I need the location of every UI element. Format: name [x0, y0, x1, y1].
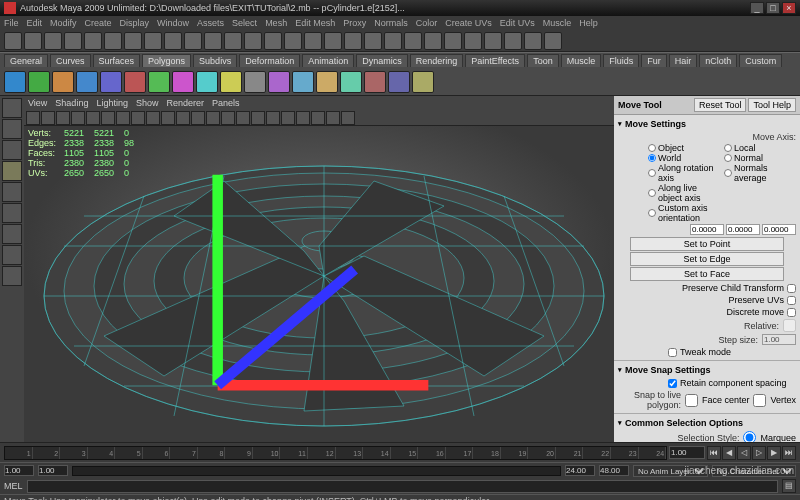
command-input[interactable] [27, 480, 778, 493]
status-icon-19[interactable] [384, 32, 402, 50]
menu-modify[interactable]: Modify [50, 18, 77, 28]
status-icon-9[interactable] [184, 32, 202, 50]
snap-settings-title[interactable]: Move Snap Settings [618, 363, 796, 377]
vp-tool-18[interactable] [296, 111, 310, 125]
current-frame[interactable] [669, 446, 705, 459]
shelf-tab-custom[interactable]: Custom [739, 54, 782, 67]
axis-radio-r2[interactable] [724, 169, 732, 177]
shelf-tab-polygons[interactable]: Polygons [142, 54, 191, 67]
menu-create[interactable]: Create [85, 18, 112, 28]
menu-edit-mesh[interactable]: Edit Mesh [295, 18, 335, 28]
vp-tool-11[interactable] [191, 111, 205, 125]
shelf-tab-subdivs[interactable]: Subdivs [193, 54, 237, 67]
range-end[interactable] [599, 465, 629, 476]
shelf-icon-6[interactable] [148, 71, 170, 93]
axis-radio-r0[interactable] [724, 144, 732, 152]
vp-menu-view[interactable]: View [28, 98, 47, 108]
shelf-icon-1[interactable] [28, 71, 50, 93]
status-icon-10[interactable] [204, 32, 222, 50]
status-icon-27[interactable] [544, 32, 562, 50]
shelf-tab-curves[interactable]: Curves [50, 54, 91, 67]
status-icon-15[interactable] [304, 32, 322, 50]
axis-y[interactable] [726, 224, 760, 235]
range-start[interactable] [4, 465, 34, 476]
menu-select[interactable]: Select [232, 18, 257, 28]
step-size[interactable] [762, 334, 796, 345]
shelf-icon-7[interactable] [172, 71, 194, 93]
vp-tool-14[interactable] [236, 111, 250, 125]
status-icon-24[interactable] [484, 32, 502, 50]
axis-radio-1[interactable] [648, 154, 656, 162]
axis-radio-3[interactable] [648, 189, 656, 197]
step-back-button[interactable]: ◀ [722, 446, 736, 460]
shelf-icon-4[interactable] [100, 71, 122, 93]
vp-tool-5[interactable] [101, 111, 115, 125]
status-icon-4[interactable] [84, 32, 102, 50]
vp-tool-10[interactable] [176, 111, 190, 125]
preserve-child-check[interactable] [787, 284, 796, 293]
status-icon-11[interactable] [224, 32, 242, 50]
status-icon-20[interactable] [404, 32, 422, 50]
shelf-icon-16[interactable] [388, 71, 410, 93]
vp-tool-20[interactable] [326, 111, 340, 125]
status-icon-1[interactable] [24, 32, 42, 50]
vp-tool-4[interactable] [86, 111, 100, 125]
axis-z[interactable] [762, 224, 796, 235]
status-icon-18[interactable] [364, 32, 382, 50]
shelf-icon-5[interactable] [124, 71, 146, 93]
range-slider[interactable] [72, 466, 561, 476]
shelf-tab-ncloth[interactable]: nCloth [699, 54, 737, 67]
preserve-uv-check[interactable] [787, 296, 796, 305]
shelf-tab-muscle[interactable]: Muscle [561, 54, 602, 67]
axis-radio-r1[interactable] [724, 154, 732, 162]
playback-end[interactable] [565, 465, 595, 476]
status-icon-22[interactable] [444, 32, 462, 50]
vp-tool-12[interactable] [206, 111, 220, 125]
status-icon-25[interactable] [504, 32, 522, 50]
paint-tool[interactable] [2, 140, 22, 160]
shelf-icon-10[interactable] [244, 71, 266, 93]
vp-tool-7[interactable] [131, 111, 145, 125]
shelf-icon-0[interactable] [4, 71, 26, 93]
menu-edit-uvs[interactable]: Edit UVs [500, 18, 535, 28]
vp-menu-lighting[interactable]: Lighting [96, 98, 128, 108]
maximize-button[interactable]: □ [766, 2, 780, 14]
shelf-tab-fur[interactable]: Fur [641, 54, 667, 67]
shelf-tab-surfaces[interactable]: Surfaces [93, 54, 141, 67]
vp-tool-13[interactable] [221, 111, 235, 125]
tool-help-button[interactable]: Tool Help [748, 98, 796, 112]
discrete-move-check[interactable] [787, 308, 796, 317]
status-icon-21[interactable] [424, 32, 442, 50]
menu-proxy[interactable]: Proxy [343, 18, 366, 28]
status-icon-23[interactable] [464, 32, 482, 50]
status-icon-0[interactable] [4, 32, 22, 50]
move-tool[interactable] [2, 161, 22, 181]
shelf-icon-17[interactable] [412, 71, 434, 93]
vp-tool-16[interactable] [266, 111, 280, 125]
shelf-tab-deformation[interactable]: Deformation [239, 54, 300, 67]
vp-tool-21[interactable] [341, 111, 355, 125]
status-icon-7[interactable] [144, 32, 162, 50]
shelf-icon-14[interactable] [340, 71, 362, 93]
play-back-button[interactable]: ◁ [737, 446, 751, 460]
status-icon-16[interactable] [324, 32, 342, 50]
playback-start[interactable] [38, 465, 68, 476]
shelf-tab-painteffects[interactable]: PaintEffects [465, 54, 525, 67]
shelf-icon-8[interactable] [196, 71, 218, 93]
shelf-icon-11[interactable] [268, 71, 290, 93]
rewind-button[interactable]: ⏮ [707, 446, 721, 460]
shelf-tab-general[interactable]: General [4, 54, 48, 67]
soft-tool[interactable] [2, 245, 22, 265]
menu-create-uvs[interactable]: Create UVs [445, 18, 492, 28]
vp-tool-1[interactable] [41, 111, 55, 125]
menu-normals[interactable]: Normals [374, 18, 408, 28]
status-icon-14[interactable] [284, 32, 302, 50]
close-button[interactable]: × [782, 2, 796, 14]
manip-tool[interactable] [2, 224, 22, 244]
move-settings-title[interactable]: Move Settings [618, 117, 796, 131]
show-tool[interactable] [2, 266, 22, 286]
vp-menu-panels[interactable]: Panels [212, 98, 240, 108]
menu-muscle[interactable]: Muscle [543, 18, 572, 28]
status-icon-13[interactable] [264, 32, 282, 50]
vp-tool-2[interactable] [56, 111, 70, 125]
